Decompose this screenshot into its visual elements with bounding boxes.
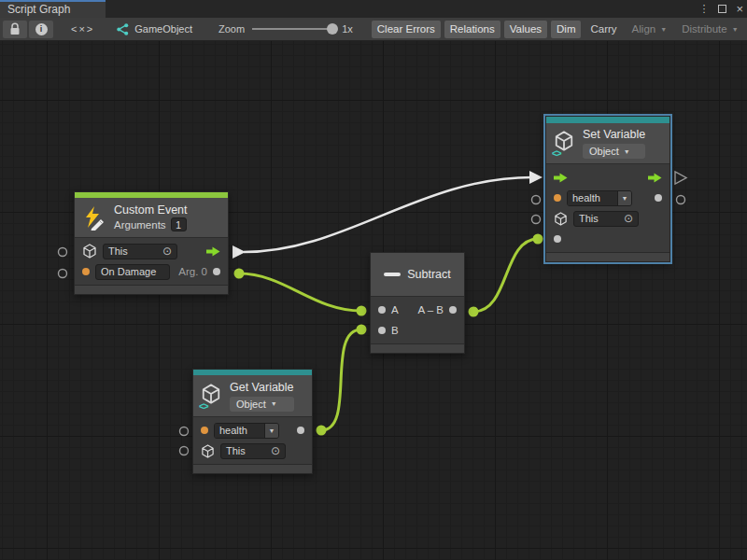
info-icon: i [35, 23, 48, 35]
cube-icon [554, 212, 568, 226]
node-title: Set Variable [583, 128, 645, 141]
zoom-value: 1x [342, 23, 353, 35]
name-port-dot[interactable] [554, 194, 561, 202]
variable-cube-icon: <> [554, 131, 576, 156]
flow-output-arrow[interactable] [648, 173, 662, 183]
chevron-down-icon: ▼ [617, 191, 631, 205]
object-picker-icon[interactable]: ⊙ [624, 214, 633, 223]
node-footer [75, 285, 228, 294]
cube-icon [82, 244, 97, 259]
node-get-variable[interactable]: <> Get Variable Object ▼ health ▼ [192, 369, 313, 474]
target-object-field[interactable]: This ⊙ [220, 443, 286, 459]
dim-toggle[interactable]: Dim [551, 21, 581, 38]
chevron-down-icon: ▼ [271, 400, 277, 407]
code-preview-button[interactable]: <×> [65, 23, 100, 35]
value-output-dot[interactable] [297, 427, 304, 434]
target-object-field[interactable]: This ⊙ [573, 211, 639, 227]
distribute-dropdown[interactable]: Distribute ▼ [676, 21, 744, 38]
node-footer [193, 464, 312, 473]
lock-icon [9, 22, 21, 35]
target-object-field[interactable]: This ⊙ [103, 244, 177, 259]
port-row-name: health ▼ [193, 420, 312, 441]
align-dropdown[interactable]: Align ▼ [627, 21, 673, 38]
title-bar: Script Graph ⋮ × [0, 0, 747, 18]
arg0-port-label: Arg. 0 [178, 266, 207, 277]
port-row-target: This ⊙ [193, 441, 312, 461]
chevron-down-icon: ▼ [624, 148, 630, 155]
node-set-variable[interactable]: <> Set Variable Object ▼ health ▼ [545, 116, 670, 262]
variable-name-dropdown[interactable]: health ▼ [567, 190, 632, 206]
node-header[interactable]: Subtract [371, 253, 464, 296]
node-custom-event[interactable]: Custom Event Arguments 1 This ⊙ On Damag [74, 191, 229, 295]
chevron-down-icon: ▼ [264, 424, 278, 438]
target-value: This [108, 245, 128, 257]
input-a-dot[interactable] [378, 306, 386, 314]
event-port-dot[interactable] [82, 268, 90, 275]
port-row-name: health ▼ [546, 188, 669, 208]
node-footer [546, 252, 669, 261]
distribute-label: Distribute [682, 23, 727, 35]
port-row-target: This ⊙ [75, 241, 228, 261]
carry-toggle[interactable]: Carry [585, 21, 622, 38]
output-dot[interactable] [449, 306, 457, 314]
variable-name-value: health [215, 424, 264, 438]
target-value: This [226, 445, 246, 456]
zoom-control: Zoom 1x [218, 23, 353, 35]
object-picker-icon[interactable]: ⊙ [162, 246, 172, 256]
script-graph-window: Script Graph ⋮ × i <×> [0, 0, 747, 560]
lock-button[interactable] [3, 21, 27, 38]
zoom-label: Zoom [218, 23, 245, 35]
graph-owner[interactable]: GameObject [117, 23, 192, 35]
flow-output-arrow[interactable] [206, 246, 220, 257]
event-name-field[interactable]: On Damage [95, 264, 170, 280]
node-header[interactable]: <> Set Variable Object ▼ [546, 123, 669, 163]
maximize-icon[interactable] [718, 5, 726, 13]
variable-name-value: health [568, 191, 617, 205]
chevron-down-icon: ▼ [660, 26, 667, 33]
custom-event-icon [82, 205, 107, 231]
value-output-dot[interactable] [655, 194, 662, 202]
value-input-dot[interactable] [554, 235, 561, 243]
name-port-dot[interactable] [201, 427, 208, 434]
zoom-slider[interactable] [252, 28, 334, 30]
arguments-input[interactable]: 1 [171, 217, 187, 231]
cube-icon [201, 444, 215, 458]
port-row-flow [546, 167, 669, 188]
inspect-button[interactable]: i [29, 21, 53, 38]
node-title: Custom Event [114, 203, 188, 217]
event-name-value: On Damage [101, 266, 156, 277]
window-menu-icon[interactable]: ⋮ [698, 3, 709, 15]
port-row-a: A A – B [371, 300, 464, 320]
variable-name-dropdown[interactable]: health ▼ [214, 423, 279, 439]
node-header[interactable]: <> Get Variable Object ▼ [193, 375, 312, 416]
arg0-output-dot[interactable] [213, 268, 220, 275]
input-b-label: B [391, 325, 399, 336]
values-toggle[interactable]: Values [504, 21, 547, 38]
chevron-down-icon: ▼ [732, 26, 739, 33]
object-picker-icon[interactable]: ⊙ [271, 446, 280, 455]
close-icon[interactable]: × [736, 5, 743, 14]
input-b-dot[interactable] [378, 327, 386, 334]
scope-value: Object [236, 399, 266, 410]
port-row-b: B [371, 320, 464, 341]
gameobject-icon [117, 23, 129, 35]
zoom-slider-knob[interactable] [327, 23, 338, 35]
gameobject-label: GameObject [134, 23, 192, 35]
node-header[interactable]: Custom Event Arguments 1 [75, 198, 228, 237]
node-subtract[interactable]: Subtract A A – B B [370, 252, 465, 354]
scope-value: Object [589, 146, 619, 157]
subtract-icon [384, 273, 401, 276]
clear-errors-button[interactable]: Clear Errors [372, 21, 441, 38]
flow-input-arrow[interactable] [554, 173, 568, 183]
output-label: A – B [418, 304, 444, 315]
port-row-event: On Damage Arg. 0 [75, 261, 228, 282]
relations-toggle[interactable]: Relations [444, 21, 500, 38]
variable-accent-strip [546, 117, 669, 123]
input-a-label: A [391, 304, 399, 315]
variable-scope-dropdown[interactable]: Object ▼ [583, 144, 645, 159]
variable-scope-dropdown[interactable]: Object ▼ [230, 397, 294, 412]
graph-toolbar: i <×> GameObject Zoom 1x Clear Errors Re… [0, 18, 747, 41]
variable-cube-icon: <> [201, 384, 223, 409]
tab-script-graph[interactable]: Script Graph [0, 0, 106, 18]
arguments-label: Arguments [114, 219, 166, 231]
